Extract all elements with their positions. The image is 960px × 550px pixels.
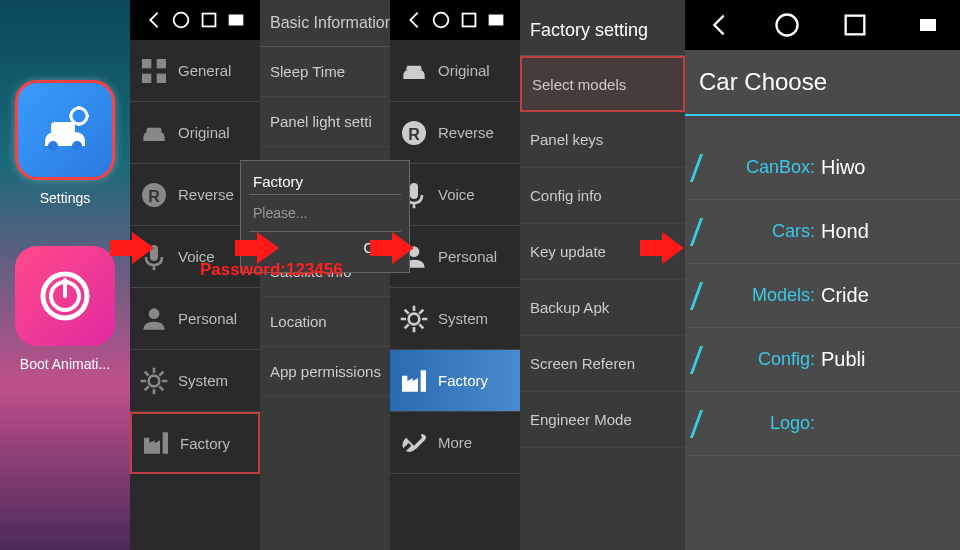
- reverse-icon: R: [398, 117, 430, 149]
- person-icon: [138, 303, 170, 335]
- home-icon: [170, 9, 192, 31]
- password-input[interactable]: Please...: [249, 195, 401, 232]
- status-bar: [685, 0, 960, 50]
- svg-rect-14: [142, 59, 151, 68]
- svg-rect-4: [51, 122, 75, 134]
- factory-icon: [398, 365, 430, 397]
- status-bar: [130, 0, 260, 40]
- svg-marker-3: [640, 232, 684, 264]
- image-icon: [225, 9, 247, 31]
- svg-rect-17: [157, 73, 166, 82]
- row-cars[interactable]: Cars: Hond: [685, 200, 960, 264]
- menu-personal[interactable]: Personal: [130, 288, 260, 350]
- svg-point-23: [434, 13, 449, 28]
- grid-icon: [138, 55, 170, 87]
- car-choose-panel: Car Choose CanBox: Hiwo Cars: Hond Model…: [685, 0, 960, 550]
- row-canbox[interactable]: CanBox: Hiwo: [685, 136, 960, 200]
- menu-original[interactable]: Original: [390, 40, 520, 102]
- gear-icon: [398, 303, 430, 335]
- item-permissions[interactable]: App permissions: [260, 347, 390, 397]
- menu-factory[interactable]: Factory: [390, 350, 520, 412]
- svg-point-22: [149, 375, 160, 386]
- svg-rect-15: [157, 59, 166, 68]
- recent-icon: [841, 11, 869, 39]
- row-models[interactable]: Models: Cride: [685, 264, 960, 328]
- home-screen: Settings Boot Animati...: [0, 0, 130, 550]
- menu-system[interactable]: System: [130, 350, 260, 412]
- arrow-step-2: [235, 230, 279, 266]
- app-settings-label: Settings: [0, 190, 130, 206]
- arrow-step-4: [640, 230, 684, 266]
- svg-point-7: [71, 108, 87, 124]
- row-config[interactable]: Config: Publi: [685, 328, 960, 392]
- item-backup-apk[interactable]: Backup Apk: [520, 280, 685, 336]
- item-panel-keys[interactable]: Panel keys: [520, 112, 685, 168]
- svg-marker-0: [110, 232, 154, 264]
- svg-rect-24: [462, 14, 475, 27]
- image-icon: [916, 13, 940, 37]
- image-icon: [485, 9, 507, 31]
- menu-more[interactable]: More: [390, 412, 520, 474]
- gear-icon: [138, 365, 170, 397]
- section-title: Factory setting: [520, 0, 685, 56]
- svg-point-30: [409, 313, 420, 324]
- item-panel-light[interactable]: Panel light setti: [260, 97, 390, 147]
- back-icon: [705, 11, 733, 39]
- item-config-info[interactable]: Config info: [520, 168, 685, 224]
- svg-rect-32: [846, 16, 865, 35]
- factory-icon: [140, 427, 172, 459]
- dialog-title: Factory: [249, 169, 401, 195]
- home-icon: [773, 11, 801, 39]
- arrow-step-3: [370, 230, 414, 266]
- item-select-models[interactable]: Select models: [520, 56, 685, 112]
- svg-point-5: [48, 141, 58, 151]
- back-icon: [143, 9, 165, 31]
- menu-general[interactable]: General: [130, 40, 260, 102]
- car-icon: [398, 55, 430, 87]
- settings-menu-2: Original R Reverse Voice Personal System…: [390, 0, 520, 550]
- item-sleep-time[interactable]: Sleep Time: [260, 47, 390, 97]
- svg-point-31: [777, 15, 798, 36]
- home-icon: [430, 9, 452, 31]
- app-boot-animation[interactable]: [15, 246, 115, 346]
- svg-rect-33: [920, 19, 936, 31]
- item-screen-ref[interactable]: Screen Referen: [520, 336, 685, 392]
- section-title: Basic Information: [260, 0, 390, 47]
- svg-text:R: R: [408, 125, 420, 142]
- app-settings[interactable]: [15, 80, 115, 180]
- back-icon: [403, 9, 425, 31]
- app-boot-label: Boot Animati...: [0, 356, 130, 372]
- svg-point-6: [72, 141, 82, 151]
- svg-text:R: R: [148, 187, 160, 204]
- menu-system[interactable]: System: [390, 288, 520, 350]
- menu-reverse[interactable]: R Reverse: [390, 102, 520, 164]
- svg-rect-12: [202, 14, 215, 27]
- recent-icon: [458, 9, 480, 31]
- svg-rect-13: [229, 15, 244, 26]
- item-location[interactable]: Location: [260, 297, 390, 347]
- recent-icon: [198, 9, 220, 31]
- svg-point-11: [174, 13, 189, 28]
- car-icon: [138, 117, 170, 149]
- menu-factory[interactable]: Factory: [130, 412, 260, 474]
- svg-marker-2: [370, 232, 414, 264]
- factory-settings-panel: Factory setting Select models Panel keys…: [520, 0, 685, 550]
- menu-original[interactable]: Original: [130, 102, 260, 164]
- svg-rect-25: [489, 15, 504, 26]
- svg-rect-28: [410, 183, 418, 199]
- item-engineer-mode[interactable]: Engineer Mode: [520, 392, 685, 448]
- wrench-icon: [398, 427, 430, 459]
- svg-rect-16: [142, 73, 151, 82]
- svg-marker-1: [235, 232, 279, 264]
- row-logo[interactable]: Logo:: [685, 392, 960, 456]
- page-title: Car Choose: [685, 50, 960, 116]
- settings-menu: General Original R Reverse Voice Persona…: [130, 0, 260, 550]
- reverse-icon: R: [138, 179, 170, 211]
- arrow-step-1: [110, 230, 154, 266]
- svg-point-21: [149, 308, 160, 319]
- status-bar: [390, 0, 520, 40]
